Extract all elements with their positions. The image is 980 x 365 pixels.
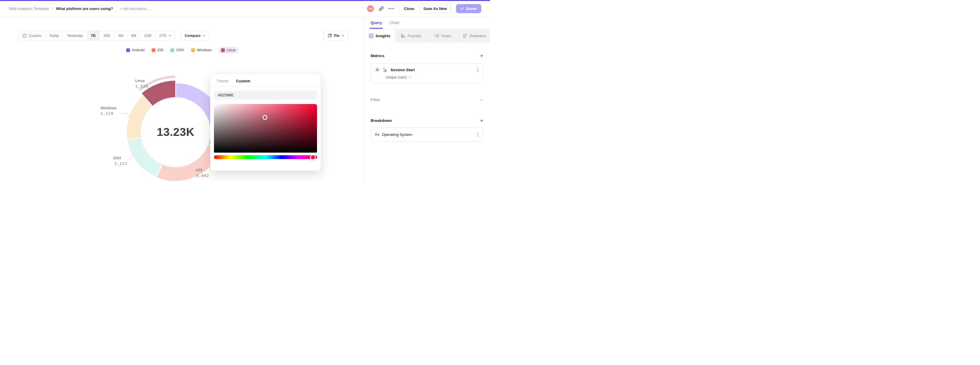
share-link-button[interactable] <box>379 6 384 11</box>
saturation-handle[interactable] <box>262 115 267 120</box>
breakdown-property-name: Operating System <box>382 132 412 137</box>
chart-panel: Custom Today Yesterday 7D 30D 3M 6M 12M … <box>0 17 364 183</box>
tab-funnels[interactable]: Funnels <box>395 29 426 43</box>
funnel-bars-icon <box>401 33 406 38</box>
metrics-section-header: Metrics + <box>371 53 483 59</box>
color-picker-tabs: Theme Custom <box>210 74 321 87</box>
metric-event-name: Session Start <box>390 68 415 72</box>
donut-center-total: 13.23K <box>157 126 195 139</box>
retention-grid-icon <box>463 33 468 38</box>
tab-flows[interactable]: Flows <box>427 29 458 43</box>
add-description-button[interactable]: + Add description...... <box>119 7 152 11</box>
tab-custom[interactable]: Custom <box>236 79 250 83</box>
add-breakdown-button[interactable]: + <box>480 118 483 123</box>
breakdown-card[interactable]: Aa Operating System <box>371 128 483 142</box>
header-divider <box>399 5 399 12</box>
ellipsis-icon <box>389 8 394 10</box>
main-area: Custom Today Yesterday 7D 30D 3M 6M 12M … <box>0 17 490 183</box>
report-title[interactable]: What platform are users using? <box>56 6 113 11</box>
query-sidebar: Query Chart Insights <box>364 17 490 183</box>
add-filter-button[interactable]: + <box>480 97 483 102</box>
breadcrumb-root[interactable]: Web Analytics Template <box>9 6 49 11</box>
saturation-gradient-area[interactable] <box>214 104 317 153</box>
hue-slider[interactable] <box>214 155 317 159</box>
hue-slider-handle[interactable] <box>310 155 316 160</box>
check-icon <box>460 7 464 10</box>
link-icon <box>379 6 384 11</box>
pie-label-windows: Windows 2,119 <box>100 106 116 116</box>
flows-icon <box>434 33 439 38</box>
tab-retention[interactable]: Retention <box>458 29 490 43</box>
save-as-new-button[interactable]: Save As New <box>419 4 451 13</box>
metric-card[interactable]: A Session Start Unique Users <box>371 63 483 83</box>
tab-chart[interactable]: Chart <box>390 17 399 29</box>
analysis-type-tabs: Insights Funnels <box>364 29 490 43</box>
color-picker-popup: Theme Custom #B2596E <box>210 73 321 171</box>
string-property-badge: Aa <box>375 132 379 137</box>
filter-section-header: Filter + <box>371 97 483 102</box>
breakdown-section-header: Breakdown + <box>371 118 483 123</box>
aggregation-dropdown[interactable]: Unique Users <box>385 75 479 80</box>
breadcrumb: Web Analytics Template / What platform a… <box>9 6 153 11</box>
avatar[interactable]: VS <box>367 5 374 12</box>
breakdown-options-button[interactable] <box>477 132 479 137</box>
header: Web Analytics Template / What platform a… <box>0 1 490 17</box>
breakdown-heading: Breakdown <box>371 118 392 123</box>
click-sparkle-icon <box>383 67 388 72</box>
tab-theme[interactable]: Theme <box>216 79 228 83</box>
insights-chart-icon <box>369 33 374 38</box>
metric-options-button[interactable] <box>477 67 479 73</box>
add-metric-button[interactable]: + <box>480 53 483 59</box>
header-actions: VS Close Save As New Saved <box>367 4 481 13</box>
close-button[interactable]: Close <box>404 6 414 11</box>
saved-label: Saved <box>466 6 477 11</box>
metrics-heading: Metrics <box>371 54 384 58</box>
tab-query[interactable]: Query <box>371 17 382 29</box>
app-window: Web Analytics Template / What platform a… <box>0 0 490 183</box>
series-letter-badge: A <box>375 67 380 72</box>
pie-label-osx: OSX 2,127 <box>113 156 127 166</box>
saved-button[interactable]: Saved <box>456 4 481 13</box>
tab-insights[interactable]: Insights <box>364 29 395 43</box>
sidebar-tabs: Query Chart <box>364 17 490 29</box>
pie-label-ios: iOS 3,402 <box>196 168 209 178</box>
donut-slice-osx[interactable] <box>127 138 162 177</box>
filter-heading: Filter <box>371 97 380 102</box>
chevron-down-icon <box>409 77 411 78</box>
more-options-button[interactable] <box>389 8 394 10</box>
breadcrumb-separator: / <box>52 6 53 11</box>
pie-label-linux: Linux 1,529 <box>135 78 148 89</box>
hex-color-input[interactable]: #B2596E <box>214 91 317 100</box>
sidebar-content: Metrics + A Session Start <box>364 43 490 142</box>
